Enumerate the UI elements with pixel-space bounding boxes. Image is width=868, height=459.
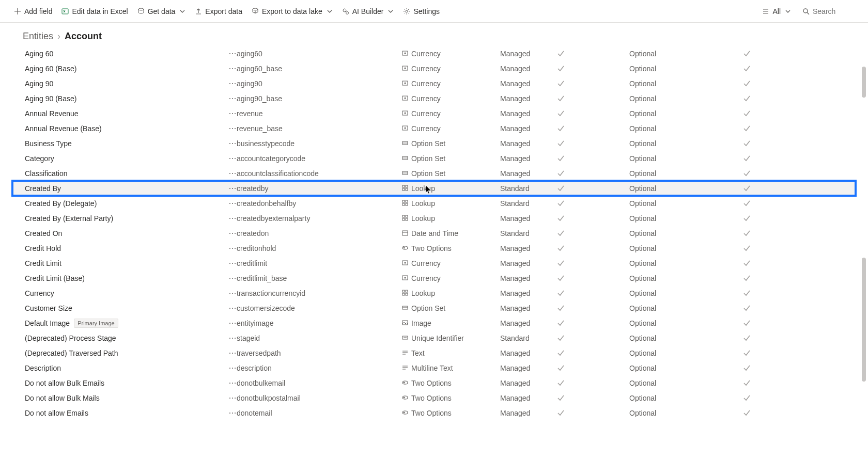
table-row[interactable]: Do not allow Bulk Mailsdonotbulkpostalma…: [12, 390, 856, 405]
searchable-check-icon: [743, 155, 774, 162]
add-field-button[interactable]: Add field: [9, 4, 57, 19]
table-row[interactable]: (Deprecated) Process StagestageidUnique …: [12, 330, 856, 345]
table-row[interactable]: Aging 60 (Base)aging60_baseCurrencyManag…: [12, 61, 856, 76]
more-actions-icon[interactable]: [228, 184, 237, 193]
field-display-name: Annual Revenue: [25, 109, 237, 118]
more-actions-icon[interactable]: [228, 169, 237, 178]
field-schema-name: createdonbehalfby: [237, 199, 402, 208]
table-row[interactable]: ClassificationaccountclassificationcodeO…: [12, 166, 856, 181]
more-actions-icon[interactable]: [228, 409, 237, 417]
table-row[interactable]: Aging 90 (Base)aging90_baseCurrencyManag…: [12, 91, 856, 106]
search-box[interactable]: [798, 4, 859, 19]
breadcrumb-root[interactable]: Entities: [23, 31, 53, 42]
table-row[interactable]: Credit Limit (Base)creditlimit_baseCurre…: [12, 271, 856, 286]
more-actions-icon[interactable]: [228, 50, 237, 58]
field-type: Currency: [402, 50, 500, 58]
table-row[interactable]: Aging 60aging60CurrencyManagedOptional: [12, 46, 856, 61]
field-type: Unique Identifier: [402, 334, 500, 342]
more-actions-icon[interactable]: [228, 394, 237, 402]
table-row[interactable]: DescriptiondescriptionMultiline TextMana…: [12, 360, 856, 375]
searchable-check-icon: [743, 110, 774, 117]
field-mode: Managed: [500, 304, 557, 312]
table-row[interactable]: CurrencytransactioncurrencyidLookupManag…: [12, 286, 856, 300]
export-lake-button[interactable]: Export to data lake: [247, 4, 337, 19]
type-icon: [402, 244, 408, 252]
more-actions-icon[interactable]: [228, 319, 237, 327]
more-actions-icon[interactable]: [228, 334, 237, 342]
field-requirement: Optional: [629, 169, 743, 178]
field-requirement: Optional: [629, 80, 743, 88]
searchable-check-icon: [743, 50, 774, 57]
more-actions-icon[interactable]: [228, 379, 237, 387]
add-field-label: Add field: [24, 7, 52, 15]
table-row[interactable]: Credit HoldcreditonholdTwo OptionsManage…: [12, 241, 856, 256]
more-actions-icon[interactable]: [228, 109, 237, 118]
table-row[interactable]: Created By (External Party)createdbyexte…: [12, 211, 856, 226]
more-actions-icon[interactable]: [228, 289, 237, 297]
table-row[interactable]: Business TypebusinesstypecodeOption SetM…: [12, 136, 856, 151]
settings-button[interactable]: Settings: [398, 4, 444, 19]
field-type: Currency: [402, 65, 500, 73]
ai-builder-button[interactable]: AI Builder: [337, 4, 399, 19]
table-row[interactable]: Created OncreatedonDate and TimeStandard…: [12, 226, 856, 241]
more-actions-icon[interactable]: [228, 94, 237, 103]
table-row[interactable]: Annual Revenue (Base)revenue_baseCurrenc…: [12, 121, 856, 136]
edit-excel-button[interactable]: Edit data in Excel: [57, 4, 132, 19]
table-row[interactable]: Do not allow EmailsdonotemailTwo Options…: [12, 405, 856, 420]
type-icon: [402, 169, 408, 178]
field-schema-name: aging60: [237, 50, 402, 58]
table-row[interactable]: Customer SizecustomersizecodeOption SetM…: [12, 300, 856, 315]
field-type: Currency: [402, 124, 500, 133]
field-mode: Standard: [500, 184, 557, 193]
more-actions-icon[interactable]: [228, 65, 237, 73]
table-row[interactable]: (Deprecated) Traversed Pathtraversedpath…: [12, 345, 856, 360]
more-actions-icon[interactable]: [228, 229, 237, 238]
more-actions-icon[interactable]: [228, 124, 237, 133]
more-actions-icon[interactable]: [228, 364, 237, 372]
more-actions-icon[interactable]: [228, 139, 237, 148]
field-display-name: Business Type: [25, 139, 237, 148]
more-actions-icon[interactable]: [228, 199, 237, 208]
more-actions-icon[interactable]: [228, 244, 237, 252]
table-row[interactable]: Credit LimitcreditlimitCurrencyManagedOp…: [12, 256, 856, 271]
field-schema-name: stageid: [237, 334, 402, 342]
field-type: Two Options: [402, 409, 500, 417]
searchable-check-icon: [743, 170, 774, 177]
more-actions-icon[interactable]: [228, 80, 237, 88]
field-type: Option Set: [402, 169, 500, 178]
table-row[interactable]: Default ImagePrimary ImageentityimageIma…: [12, 315, 856, 330]
field-type: Image: [402, 319, 500, 327]
table-row[interactable]: Aging 90aging90CurrencyManagedOptional: [12, 76, 856, 91]
table-row[interactable]: Do not allow Bulk EmailsdonotbulkemailTw…: [12, 375, 856, 390]
scrollbar-thumb[interactable]: [862, 258, 866, 382]
table-row[interactable]: Created BycreatedbyLookupStandardOptiona…: [12, 181, 856, 196]
field-display-name: Annual Revenue (Base): [25, 124, 237, 133]
more-actions-icon[interactable]: [228, 274, 237, 282]
field-schema-name: donotbulkemail: [237, 379, 402, 387]
view-filter-button[interactable]: All: [757, 4, 796, 19]
more-actions-icon[interactable]: [228, 154, 237, 163]
table-row[interactable]: Annual RevenuerevenueCurrencyManagedOpti…: [12, 106, 856, 121]
get-data-button[interactable]: Get data: [133, 4, 191, 19]
searchable-check-icon: [743, 320, 774, 327]
more-actions-icon[interactable]: [228, 304, 237, 312]
customizable-check-icon: [557, 350, 629, 357]
field-display-name: Credit Hold: [25, 244, 237, 252]
more-actions-icon[interactable]: [228, 349, 237, 357]
field-requirement: Optional: [629, 214, 743, 223]
more-actions-icon[interactable]: [228, 259, 237, 267]
more-actions-icon[interactable]: [228, 214, 237, 223]
type-icon: [402, 289, 408, 297]
field-schema-name: customersizecode: [237, 304, 402, 312]
scrollbar-thumb[interactable]: [862, 67, 866, 98]
searchable-check-icon: [743, 335, 774, 342]
export-data-button[interactable]: Export data: [190, 4, 247, 19]
searchable-check-icon: [743, 140, 774, 147]
type-icon: [402, 229, 408, 238]
customizable-check-icon: [557, 140, 629, 147]
ai-builder-label: AI Builder: [352, 7, 384, 15]
search-input[interactable]: [813, 7, 854, 15]
searchable-check-icon: [743, 230, 774, 237]
table-row[interactable]: Created By (Delegate)createdonbehalfbyLo…: [12, 196, 856, 211]
table-row[interactable]: CategoryaccountcategorycodeOption SetMan…: [12, 151, 856, 166]
